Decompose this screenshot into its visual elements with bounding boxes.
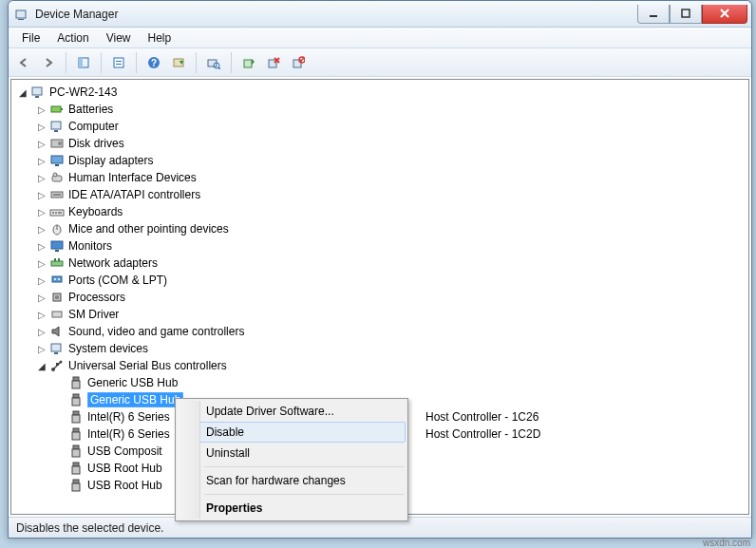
expand-arrow-icon[interactable]: ▷ — [34, 258, 49, 269]
menu-view[interactable]: View — [99, 29, 139, 47]
expand-arrow-icon[interactable]: ▷ — [34, 207, 49, 217]
svg-rect-1 — [18, 19, 24, 20]
expand-arrow-icon[interactable]: ▷ — [34, 344, 49, 354]
expand-arrow-icon[interactable]: ▷ — [34, 327, 49, 337]
tree-category[interactable]: ▷System devices — [15, 340, 748, 357]
device-label: Intel(R) 6 Series — [87, 427, 170, 441]
svg-rect-40 — [51, 241, 63, 249]
expand-arrow-icon[interactable]: ▷ — [34, 173, 49, 183]
expand-arrow-icon[interactable]: ▷ — [34, 241, 49, 252]
toolbar-separator — [101, 52, 102, 73]
status-text: Disables the selected device. — [16, 521, 163, 535]
expand-arrow-icon[interactable]: ▷ — [34, 224, 49, 235]
tree-category[interactable]: ▷IDE ATA/ATAPI controllers — [15, 186, 748, 203]
minimize-button[interactable] — [637, 5, 670, 24]
ctx-uninstall[interactable]: Uninstall — [178, 443, 406, 463]
expand-arrow-icon[interactable]: ▷ — [34, 190, 49, 200]
device-label: USB Root Hub — [87, 479, 162, 492]
forward-button[interactable] — [37, 51, 60, 74]
uninstall-button[interactable] — [262, 51, 285, 74]
svg-rect-25 — [54, 130, 58, 132]
svg-rect-22 — [51, 106, 61, 112]
svg-rect-62 — [72, 415, 80, 423]
menu-action[interactable]: Action — [49, 29, 96, 47]
expand-arrow-icon[interactable]: ▷ — [34, 293, 49, 303]
device-label: Intel(R) 6 Series — [87, 410, 170, 424]
svg-rect-23 — [61, 108, 63, 110]
scan-hardware-button[interactable] — [202, 51, 225, 74]
app-icon — [14, 7, 29, 22]
expand-arrow-icon[interactable]: ▷ — [34, 139, 49, 149]
device-label: Network adapters — [68, 256, 158, 270]
tree-category[interactable]: ▷SM Driver — [15, 306, 748, 323]
disable-button[interactable] — [287, 51, 310, 74]
device-icon — [49, 341, 65, 356]
device-label: Universal Serial Bus controllers — [68, 359, 227, 372]
svg-point-46 — [54, 278, 56, 280]
tree-category[interactable]: ▷Network adapters — [15, 255, 748, 272]
back-button[interactable] — [12, 51, 35, 74]
titlebar: Device Manager — [9, 1, 751, 28]
tree-device[interactable]: Generic USB Hub — [15, 374, 748, 391]
expand-arrow-icon[interactable]: ▷ — [34, 156, 49, 166]
menu-help[interactable]: Help — [141, 29, 180, 47]
device-label: Monitors — [68, 239, 112, 253]
tree-category[interactable]: ▷Sound, video and game controllers — [15, 323, 748, 340]
svg-rect-7 — [116, 61, 122, 62]
device-icon — [49, 358, 65, 373]
device-icon — [49, 170, 65, 185]
action-button[interactable] — [167, 51, 190, 74]
device-icon — [49, 221, 65, 236]
svg-rect-67 — [73, 463, 79, 466]
device-icon — [68, 478, 84, 493]
maximize-button[interactable] — [670, 5, 702, 24]
device-icon — [68, 375, 84, 390]
svg-rect-66 — [72, 449, 80, 457]
close-button[interactable] — [702, 5, 747, 24]
show-hide-tree-button[interactable] — [72, 51, 95, 74]
device-label: Disk drives — [68, 137, 124, 150]
help-button[interactable]: ? — [142, 51, 165, 74]
device-label: USB Root Hub — [87, 462, 162, 475]
expand-arrow-icon[interactable]: ▷ — [34, 122, 49, 132]
svg-rect-56 — [56, 363, 59, 366]
svg-rect-52 — [54, 352, 58, 354]
update-driver-button[interactable] — [237, 51, 260, 74]
device-icon — [68, 461, 84, 476]
tree-root[interactable]: ◢PC-WR2-143 — [15, 84, 748, 101]
tree-category[interactable]: ◢Universal Serial Bus controllers — [15, 357, 748, 374]
collapse-arrow-icon[interactable]: ◢ — [15, 87, 30, 98]
ctx-disable[interactable]: Disable — [178, 422, 406, 443]
context-menu: Update Driver Software... Disable Uninst… — [175, 398, 408, 521]
ctx-update-driver[interactable]: Update Driver Software... — [178, 401, 406, 422]
tree-category[interactable]: ▷Mice and other pointing devices — [15, 220, 748, 237]
tree-category[interactable]: ▷Human Interface Devices — [15, 169, 748, 186]
device-label-right: Host Controller - 1C2D — [425, 427, 540, 441]
svg-text:?: ? — [151, 58, 157, 68]
device-label: Ports (COM & LPT) — [68, 274, 167, 287]
tree-category[interactable]: ▷Processors — [15, 289, 748, 306]
device-icon — [68, 426, 84, 442]
device-label: Computer — [68, 120, 119, 133]
device-icon — [49, 324, 65, 339]
tree-category[interactable]: ▷Ports (COM & LPT) — [15, 272, 748, 289]
svg-rect-2 — [650, 15, 657, 17]
expand-arrow-icon[interactable]: ▷ — [34, 310, 49, 320]
tree-category[interactable]: ▷Monitors — [15, 237, 748, 255]
ctx-scan-hardware[interactable]: Scan for hardware changes — [178, 470, 406, 491]
expand-arrow-icon[interactable]: ▷ — [34, 104, 49, 115]
collapse-arrow-icon[interactable]: ◢ — [34, 361, 49, 371]
ctx-properties[interactable]: Properties — [178, 498, 406, 519]
tree-category[interactable]: ▷Batteries — [15, 101, 748, 118]
tree-category[interactable]: ▷Keyboards — [15, 203, 748, 220]
svg-rect-59 — [73, 394, 79, 398]
expand-arrow-icon[interactable]: ▷ — [34, 275, 49, 286]
menu-file[interactable]: File — [14, 29, 47, 47]
menubar: File Action View Help — [9, 28, 751, 48]
svg-rect-51 — [51, 344, 61, 351]
tree-category[interactable]: ▷Display adapters — [15, 152, 748, 169]
tree-category[interactable]: ▷Disk drives — [15, 135, 748, 152]
tree-category[interactable]: ▷Computer — [15, 118, 748, 135]
properties-button[interactable] — [107, 51, 130, 74]
svg-rect-64 — [72, 432, 80, 440]
